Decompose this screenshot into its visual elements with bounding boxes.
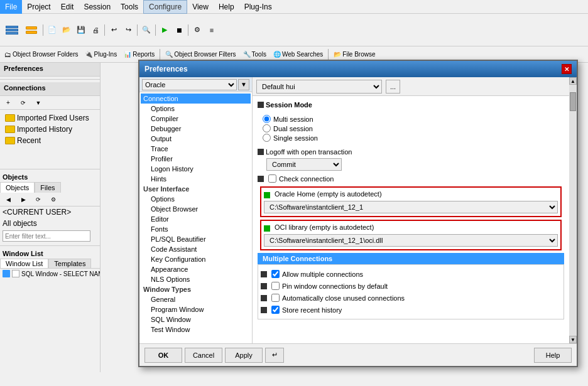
store-recent-checkbox[interactable] — [271, 306, 280, 314]
tree-node-fonts[interactable]: Fonts — [141, 224, 251, 234]
auto-close-checkbox[interactable] — [271, 294, 280, 302]
toolbar-stop-btn[interactable]: ⏹ — [172, 23, 186, 37]
pin-window-checkbox[interactable] — [271, 282, 280, 290]
help-button[interactable]: Help — [534, 348, 572, 363]
menu-configure[interactable]: Configure — [143, 0, 187, 14]
dialog-title: Preferences — [144, 65, 188, 73]
tree-node-sql-window[interactable]: SQL Window — [141, 314, 251, 324]
allow-multiple-checkbox[interactable] — [271, 270, 280, 278]
toolbar-undo-btn[interactable]: ↩ — [107, 23, 121, 37]
dialog-scrollbar[interactable]: ▲ ▼ — [569, 77, 577, 343]
conn-refresh-btn[interactable]: ⟳ — [16, 96, 30, 110]
tree-node-beautifier[interactable]: PL/SQL Beautifier — [141, 234, 251, 244]
oci-library-select[interactable]: C:\Software\instantclient_12_1\oci.dll — [264, 234, 558, 247]
tree-node-hints[interactable]: Hints — [141, 174, 251, 184]
toolbar-save-btn[interactable]: 💾 — [74, 23, 88, 37]
tree-node-window-types[interactable]: Window Types — [141, 284, 251, 294]
toolbar-print-btn[interactable]: 🖨 — [89, 23, 102, 37]
tree-node-connection[interactable]: Connection — [141, 94, 251, 104]
tree-recent[interactable]: Recent — [3, 135, 97, 146]
menu-view[interactable]: View — [187, 0, 214, 14]
tab-objects[interactable]: Objects — [0, 182, 35, 193]
tree-node-general[interactable]: General — [141, 294, 251, 304]
conn-filter-btn[interactable]: ▼ — [31, 96, 45, 110]
profile-menu-btn[interactable]: ... — [386, 80, 400, 94]
navbar-web-searches[interactable]: 🌐 Web Searches — [270, 48, 326, 61]
tree-menu-btn[interactable]: ▼ — [238, 79, 249, 90]
toolbar-new-btn[interactable]: 📄 — [45, 23, 59, 37]
tree-node-key-config[interactable]: Key Configuration — [141, 254, 251, 264]
dual-session-radio[interactable] — [263, 124, 271, 132]
menu-plugins[interactable]: Plug-Ins — [239, 0, 277, 14]
toolbar-connections-btn[interactable] — [22, 23, 41, 37]
navbar-reports[interactable]: 📊 Reports — [121, 48, 158, 61]
obj-back-btn[interactable]: ◀ — [1, 193, 15, 206]
wl-tab-templates[interactable]: Templates — [48, 259, 91, 268]
navbar-plugins[interactable]: 🔌 Plug-Ins — [82, 48, 120, 61]
dialog-close-btn[interactable]: ✕ — [562, 64, 572, 74]
tree-node-editor[interactable]: Editor — [141, 214, 251, 224]
tree-node-user-interface[interactable]: User Interface — [141, 184, 251, 194]
commit-select[interactable]: Commit Rollback Ask — [266, 158, 342, 171]
filter-input[interactable] — [3, 230, 90, 242]
toolbar-redo-btn[interactable]: ↪ — [121, 23, 135, 37]
tab-files[interactable]: Files — [35, 182, 60, 193]
check-connection-checkbox[interactable] — [268, 174, 276, 183]
tree-imported-fixed[interactable]: Imported Fixed Users — [3, 112, 97, 124]
toolbar-row-1: 📄 📂 💾 🖨 ↩ ↪ 🔍 ▶ ⏹ ⚙ ≡ — [3, 23, 219, 37]
menu-project[interactable]: Project — [22, 0, 55, 14]
toolbar-menu-btn[interactable]: ≡ — [205, 23, 219, 37]
tree-node-code-assistant[interactable]: Code Assistant — [141, 244, 251, 254]
profile-selector[interactable]: Default hui — [256, 80, 382, 94]
tree-node-debugger[interactable]: Debugger — [141, 124, 251, 134]
multi-session-radio[interactable] — [263, 115, 271, 123]
tree-node-program-window[interactable]: Program Window — [141, 304, 251, 314]
tree-node-object-browser[interactable]: Object Browser — [141, 204, 251, 214]
oracle-home-select[interactable]: C:\Software\instantclient_12_1 — [264, 201, 558, 213]
tree-node-compiler[interactable]: Compiler — [141, 114, 251, 124]
tree-imported-history[interactable]: Imported History — [3, 124, 97, 135]
icon-button[interactable]: ↵ — [265, 348, 284, 363]
tree-node-test-window[interactable]: Test Window — [141, 324, 251, 335]
window-item-sql[interactable]: SQL Window - SELECT NAME FROM V — [0, 269, 100, 279]
toolbar-run-btn[interactable]: ▶ — [158, 23, 172, 37]
wl-tab-list[interactable]: Window List — [0, 259, 48, 268]
tree-node-options-oracle[interactable]: Options — [141, 104, 251, 114]
scroll-thumb[interactable] — [570, 92, 576, 111]
navbar-tools[interactable]: 🔧 Tools — [240, 48, 270, 61]
menu-file[interactable]: File — [0, 0, 22, 14]
tree-node-output[interactable]: Output — [141, 134, 251, 144]
tools-label: Tools — [252, 51, 266, 58]
all-objects-item[interactable]: All objects — [0, 218, 100, 229]
toolbar-preferences-btn[interactable] — [3, 23, 21, 37]
auto-close-row: Automatically close unused connections — [261, 292, 561, 303]
toolbar-search-btn[interactable]: 🔍 — [139, 23, 153, 37]
scroll-down-arrow[interactable]: ▼ — [569, 336, 577, 343]
navbar-file-browse[interactable]: 📂 File Browse — [330, 48, 378, 61]
current-user-item[interactable]: <CURRENT USER> — [0, 206, 100, 218]
toolbar-open-btn[interactable]: 📂 — [60, 23, 74, 37]
navbar-obj-browser-filters[interactable]: 🔍 Object Browser Filters — [162, 48, 239, 61]
obj-fwd-btn[interactable]: ▶ — [16, 193, 30, 206]
single-session-radio[interactable] — [263, 134, 271, 142]
menu-session[interactable]: Session — [79, 0, 116, 14]
obj-refresh-btn[interactable]: ⟳ — [31, 193, 45, 206]
ok-button[interactable]: OK — [144, 348, 182, 363]
obj-filter-btn[interactable]: ⚙ — [46, 193, 60, 206]
conn-new-btn[interactable]: + — [1, 96, 15, 110]
apply-button[interactable]: Apply — [225, 348, 263, 363]
menu-help[interactable]: Help — [214, 0, 239, 14]
tree-node-nls-options[interactable]: NLS Options — [141, 274, 251, 284]
menu-edit[interactable]: Edit — [56, 0, 79, 14]
navbar-obj-browser-folders[interactable]: 🗂 Object Browser Folders — [1, 48, 81, 61]
tree-node-appearance[interactable]: Appearance — [141, 264, 251, 274]
toolbar-settings-btn[interactable]: ⚙ — [190, 23, 204, 37]
tree-node-profiler[interactable]: Profiler — [141, 154, 251, 164]
menu-tools[interactable]: Tools — [116, 0, 143, 14]
cancel-button[interactable]: Cancel — [185, 348, 222, 363]
tree-node-trace[interactable]: Trace — [141, 144, 251, 154]
scroll-up-arrow[interactable]: ▲ — [569, 77, 577, 85]
tree-category-selector[interactable]: Oracle — [142, 79, 237, 90]
tree-node-options-ui[interactable]: Options — [141, 194, 251, 204]
tree-node-logon-history[interactable]: Logon History — [141, 164, 251, 174]
